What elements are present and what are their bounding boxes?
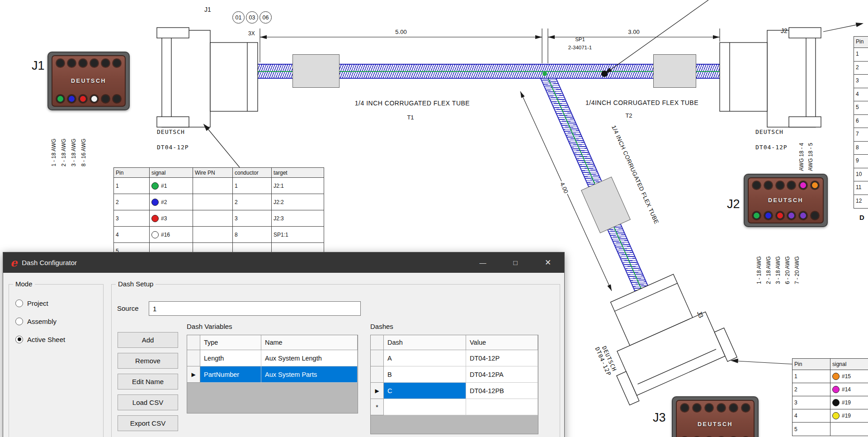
tube-label-block-1[interactable]	[292, 54, 340, 88]
table-row[interactable]: 6	[854, 115, 868, 128]
wire-color-swatch	[832, 412, 840, 419]
source-input[interactable]	[149, 301, 361, 316]
splice-ref-label: SP1	[575, 37, 585, 42]
row-selector[interactable]: ▶	[187, 366, 200, 383]
name-cell[interactable]: Aux System Length	[261, 350, 358, 366]
load-csv-button[interactable]: Load CSV	[118, 394, 178, 410]
table-row[interactable]: 12	[854, 195, 868, 209]
type-cell[interactable]: Length	[200, 350, 261, 366]
pin-table-j3[interactable]: Pin signal 1 #15 2 #14 3 #19 4 #19 5	[792, 358, 868, 436]
balloon-callout[interactable]: 03	[246, 11, 258, 24]
pin-cell: 4	[793, 409, 830, 422]
dash-configurator-dialog: e Dash Configurator — □ ✕ Mode Project A…	[3, 252, 565, 437]
signal-text: #15	[842, 373, 851, 380]
table-row[interactable]: *	[371, 399, 538, 415]
dimension-3in: 3.00	[627, 28, 641, 35]
connector-photo-j2[interactable]: DEUTSCH	[744, 174, 828, 227]
connector-photo-j3[interactable]: DEUTSCH	[672, 396, 759, 437]
add-button[interactable]: Add	[118, 332, 178, 348]
name-cell[interactable]: Aux System Parts	[261, 366, 358, 383]
radio-project[interactable]: Project	[15, 298, 48, 308]
export-csv-button[interactable]: Export CSV	[118, 415, 178, 431]
pin-table-edge[interactable]: Pin 123456789101112	[854, 36, 868, 209]
table-row[interactable]: 5	[793, 423, 868, 436]
wire-color-swatch	[832, 373, 840, 380]
j2-photo-label: J2	[727, 197, 740, 211]
balloon-callout[interactable]: 01	[232, 11, 245, 24]
row-selector[interactable]	[187, 350, 200, 366]
signal-cell: #15	[830, 370, 868, 383]
row-selector[interactable]: ▶	[371, 383, 384, 399]
value-cell[interactable]	[466, 399, 538, 415]
dash-variables-grid[interactable]: Type Name Length Aux System Length ▶ Par…	[187, 335, 358, 413]
value-cell[interactable]: DT04-12P	[466, 350, 538, 366]
table-row[interactable]: 1 #1 1 J2:1	[114, 178, 324, 194]
column-header-dash[interactable]: Dash	[384, 335, 466, 350]
radio-assembly[interactable]: Assembly	[15, 316, 57, 326]
table-row[interactable]: 4 #19	[793, 409, 868, 423]
table-row[interactable]: 5	[854, 101, 868, 115]
tube-label-block-2[interactable]	[653, 54, 696, 88]
table-row[interactable]: 1 #15	[793, 370, 868, 383]
table-row[interactable]: B DT04-12PA	[371, 366, 538, 383]
signal-cell: #3	[150, 210, 193, 226]
pin-row-bottom	[57, 95, 121, 103]
column-header-value[interactable]: Value	[466, 335, 538, 350]
table-row[interactable]: 3 #19	[793, 396, 868, 409]
dialog-titlebar[interactable]: e Dash Configurator — □ ✕	[3, 252, 564, 273]
connector-pin	[113, 95, 121, 103]
connector-photo-j1[interactable]: DEUTSCH	[47, 52, 130, 110]
row-selector[interactable]: *	[371, 399, 384, 415]
table-row[interactable]: 8	[854, 142, 868, 155]
table-row[interactable]: 2 #2 2 J2:2	[114, 194, 324, 210]
table-row[interactable]: 1	[854, 48, 868, 62]
minimize-button[interactable]: —	[467, 252, 499, 273]
value-cell[interactable]: DT04-12PA	[466, 366, 538, 383]
table-row[interactable]: 9	[854, 155, 868, 168]
table-row[interactable]: 3	[854, 75, 868, 88]
table-row[interactable]: Length Aux System Length	[187, 350, 358, 366]
table-row[interactable]: A DT04-12P	[371, 350, 538, 366]
row-selector[interactable]	[371, 350, 384, 366]
table-row[interactable]: ▶ C DT04-12PB	[371, 383, 538, 399]
table-row[interactable]: 3 #3 3 J2:3	[114, 210, 324, 227]
column-header-type[interactable]: Type	[200, 335, 261, 350]
target-cell: SP1:1	[272, 227, 323, 242]
tube-t2-ref: T2	[625, 112, 632, 119]
row-selector[interactable]	[371, 366, 384, 383]
value-cell[interactable]: DT04-12PB	[466, 383, 538, 399]
dash-cell[interactable]: B	[384, 366, 466, 383]
table-row[interactable]: 10	[854, 168, 868, 182]
remove-button[interactable]: Remove	[118, 353, 178, 369]
column-header-name[interactable]: Name	[261, 335, 358, 350]
radio-active-sheet[interactable]: Active Sheet	[15, 334, 65, 344]
j3-photo-label: J3	[653, 411, 666, 425]
table-row[interactable]: 4	[854, 88, 868, 102]
table-row[interactable]: 7	[854, 128, 868, 142]
table-row[interactable]: 2	[854, 62, 868, 75]
connector-symbol-j1[interactable]	[157, 28, 258, 127]
connector-symbol-j2[interactable]	[720, 28, 821, 127]
right-connector-brand: DEUTSCH	[755, 128, 783, 135]
table-row[interactable]: 4 #16 8 SP1:1	[114, 227, 324, 243]
mode-groupbox: Mode Project Assembly Active Sheet	[9, 284, 104, 437]
wirepn-cell	[193, 210, 233, 226]
radio-icon	[15, 336, 23, 343]
close-button[interactable]: ✕	[532, 252, 564, 273]
table-row[interactable]: ▶ PartNumber Aux System Parts	[187, 366, 358, 383]
pin-table-j1[interactable]: Pin signal Wire PN conductor target 1 #1…	[113, 167, 324, 260]
maximize-button[interactable]: □	[499, 252, 532, 273]
dash-cell[interactable]: A	[384, 350, 466, 366]
type-cell[interactable]: PartNumber	[200, 366, 261, 383]
table-row[interactable]: 2 #14	[793, 383, 868, 396]
connector-pin	[788, 181, 795, 189]
dash-cell[interactable]: C	[384, 383, 466, 399]
dashes-grid[interactable]: Dash Value A DT04-12P B DT04-12PA ▶	[370, 335, 538, 434]
pin-cell: 3	[793, 396, 830, 409]
radio-label: Project	[27, 299, 48, 307]
table-row[interactable]: 11	[854, 181, 868, 195]
edit-name-button[interactable]: Edit Name	[118, 374, 178, 390]
dash-cell[interactable]	[384, 399, 466, 415]
balloon-callout[interactable]: 06	[259, 11, 272, 24]
connector-symbol-j3[interactable]	[588, 264, 737, 405]
